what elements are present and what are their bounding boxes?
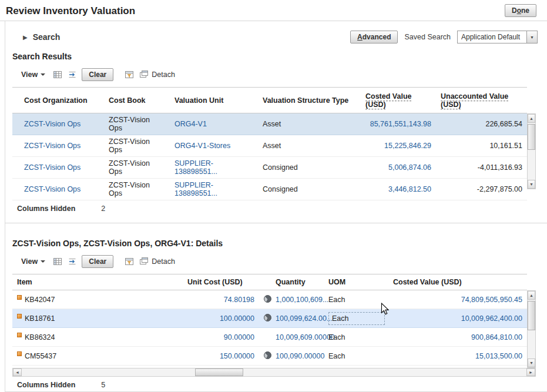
column-header-uom[interactable]: UOM — [324, 274, 388, 290]
uom-cell: Each — [324, 290, 388, 309]
freeze-icon[interactable] — [52, 69, 63, 80]
search-actions: Advanced Saved Search Application Defaul… — [350, 31, 538, 43]
table-row[interactable]: KB18761 100.00000 100,099,624.00... Each… — [12, 309, 527, 328]
table-row[interactable]: CM55437 150.00000 100,090.00000 Each 15,… — [12, 347, 527, 366]
unit-cost-pie-icon[interactable] — [264, 314, 271, 321]
table-row[interactable]: ZCST-Vision Ops ZCST-Vision Ops ORG4-V1-… — [12, 135, 527, 157]
clear-button[interactable]: Clear — [82, 68, 113, 81]
search-section: ▶ Search Advanced Saved Search Applicati… — [5, 21, 547, 43]
valuation-unit-link[interactable]: SUPPLIER-138898551... — [174, 159, 217, 176]
quantity-link[interactable]: 100,090.00000 — [276, 352, 324, 360]
clear-button[interactable]: Clear — [82, 255, 113, 268]
table-row[interactable]: ZCST-Vision Ops ZCST-Vision Ops SUPPLIER… — [12, 157, 527, 179]
results-vertical-scrollbar[interactable]: ▲ ▼ — [527, 113, 536, 189]
query-by-example-icon[interactable] — [124, 69, 135, 80]
scroll-thumb[interactable] — [528, 301, 535, 330]
advanced-button[interactable]: Advanced — [350, 31, 398, 43]
costed-value-header-label: Costed Value (USD) — [365, 92, 412, 109]
column-header-unaccounted-value[interactable]: Unaccounted Value (USD) — [436, 88, 527, 113]
page-content: ▶ Search Advanced Saved Search Applicati… — [5, 21, 547, 392]
costed-value-link[interactable]: 10,009,962,400.00 — [461, 314, 522, 323]
column-header-valuation-structure-type[interactable]: Valuation Structure Type — [258, 88, 361, 113]
scroll-left-button[interactable]: ◄ — [13, 368, 22, 376]
cost-organization-link[interactable]: ZCST-Vision Ops — [24, 163, 80, 172]
scroll-right-button[interactable]: ► — [526, 368, 535, 376]
unit-cost-pie-icon[interactable] — [264, 351, 271, 359]
scroll-down-button[interactable]: ▼ — [528, 180, 535, 189]
valuation-unit-link[interactable]: ORG4-V1 — [174, 120, 207, 128]
cost-organization-link[interactable]: ZCST-Vision Ops — [24, 120, 80, 128]
item-flag-icon — [17, 295, 22, 300]
scroll-thumb[interactable] — [195, 368, 243, 376]
done-button[interactable]: Done — [505, 4, 536, 17]
scroll-up-button[interactable]: ▲ — [528, 114, 535, 123]
quantity-link[interactable]: 1,000,100,609.... — [276, 296, 331, 304]
scroll-track[interactable] — [528, 123, 535, 180]
freeze-icon[interactable] — [52, 256, 63, 267]
details-vertical-scrollbar[interactable]: ▲ ▼ — [527, 290, 536, 368]
table-row[interactable]: ZCST-Vision Ops ZCST-Vision Ops ORG4-V1 … — [12, 113, 527, 135]
wrap-icon[interactable] — [67, 256, 78, 267]
quantity-link[interactable]: 10,009,609.00000 — [276, 333, 335, 341]
search-label: Search — [33, 32, 61, 42]
cost-organization-link[interactable]: ZCST-Vision Ops — [24, 185, 80, 193]
unit-cost-link[interactable]: 90.00000 — [224, 333, 254, 341]
saved-search-select[interactable]: Application Default ▼ — [457, 31, 538, 43]
cost-organization-link[interactable]: ZCST-Vision Ops — [24, 142, 80, 150]
query-by-example-icon[interactable] — [124, 256, 135, 267]
costed-value-link[interactable]: 15,225,846.29 — [384, 142, 431, 150]
wrap-icon[interactable] — [67, 69, 78, 80]
scroll-left-icon: ◄ — [15, 370, 19, 374]
column-header-quantity[interactable]: Quantity — [271, 274, 324, 290]
unit-cost-link[interactable]: 100.00000 — [220, 314, 254, 323]
header-row: Cost Organization Cost Book Valuation Un… — [12, 88, 527, 113]
costed-value-link[interactable]: 74,809,505,950.45 — [461, 296, 522, 304]
search-expander[interactable]: ▶ Search — [23, 32, 60, 42]
details-columns-hidden: Columns Hidden5 — [17, 381, 547, 391]
scroll-thumb[interactable] — [528, 124, 535, 150]
column-header-unit-cost[interactable]: Unit Cost (USD) — [183, 274, 259, 290]
unaccounted-value-cell: 226,685.54 — [436, 113, 527, 135]
scroll-track[interactable] — [528, 300, 535, 359]
valuation-unit-link[interactable]: SUPPLIER-138898551... — [174, 181, 217, 197]
table-row[interactable]: KB42047 74.80198 1,000,100,609.... Each … — [12, 290, 527, 309]
unit-cost-link[interactable]: 150.00000 — [220, 352, 254, 360]
structure-type-cell: Asset — [258, 135, 361, 157]
detach-button[interactable]: Detach — [139, 256, 175, 267]
table-row[interactable]: KB86324 90.00000 10,009,609.00000 Each 9… — [12, 328, 527, 347]
saved-search-label: Saved Search — [404, 33, 451, 41]
column-header-costed-value[interactable]: Costed Value (USD) — [361, 88, 436, 113]
column-header-valuation-unit[interactable]: Valuation Unit — [170, 88, 258, 113]
unaccounted-value-cell: -2,297,875.00 — [436, 179, 527, 200]
header-row: Item Unit Cost (USD) Quantity UOM Costed… — [12, 274, 527, 290]
done-label-rest: ne — [521, 6, 529, 15]
saved-search-dropdown-button[interactable]: ▼ — [526, 31, 537, 43]
costed-value-link[interactable]: 5,006,874.06 — [388, 163, 431, 172]
view-menu-button[interactable]: View — [18, 69, 48, 80]
uom-cell-focused[interactable]: Each — [328, 312, 385, 325]
details-horizontal-scrollbar[interactable]: ◄ ► — [12, 368, 536, 377]
unit-cost-pie-icon[interactable] — [264, 295, 271, 303]
costed-value-link[interactable]: 3,446,812.50 — [388, 185, 431, 193]
scroll-up-icon: ▲ — [529, 293, 533, 297]
item-cell: KB86324 — [25, 333, 55, 341]
valuation-unit-link[interactable]: ORG4-V1-Stores — [174, 142, 230, 150]
view-menu-button[interactable]: View — [18, 256, 48, 267]
column-header-cost-book[interactable]: Cost Book — [104, 88, 170, 113]
quantity-link[interactable]: 100,099,624.00... — [276, 314, 333, 323]
costed-value-link[interactable]: 85,761,551,143.98 — [370, 120, 431, 128]
costed-value-link[interactable]: 15,013,500.00 — [475, 352, 522, 360]
column-header-cost-organization[interactable]: Cost Organization — [12, 88, 104, 113]
costed-value-link[interactable]: 900,864,810.00 — [471, 333, 522, 341]
column-header-item[interactable]: Item — [12, 274, 183, 290]
column-header-costed-value[interactable]: Costed Value (USD) — [388, 274, 527, 290]
scroll-down-button[interactable]: ▼ — [528, 359, 535, 367]
scroll-down-icon: ▼ — [529, 182, 533, 186]
scroll-up-button[interactable]: ▲ — [528, 291, 535, 300]
detach-button[interactable]: Detach — [139, 69, 175, 80]
table-row[interactable]: ZCST-Vision Ops ZCST-Vision Ops SUPPLIER… — [12, 179, 527, 200]
unit-cost-link[interactable]: 74.80198 — [224, 296, 254, 304]
scroll-track[interactable] — [22, 368, 526, 376]
expand-arrow-icon: ▶ — [23, 34, 28, 41]
cost-book-cell: ZCST-Vision Ops — [104, 157, 170, 179]
